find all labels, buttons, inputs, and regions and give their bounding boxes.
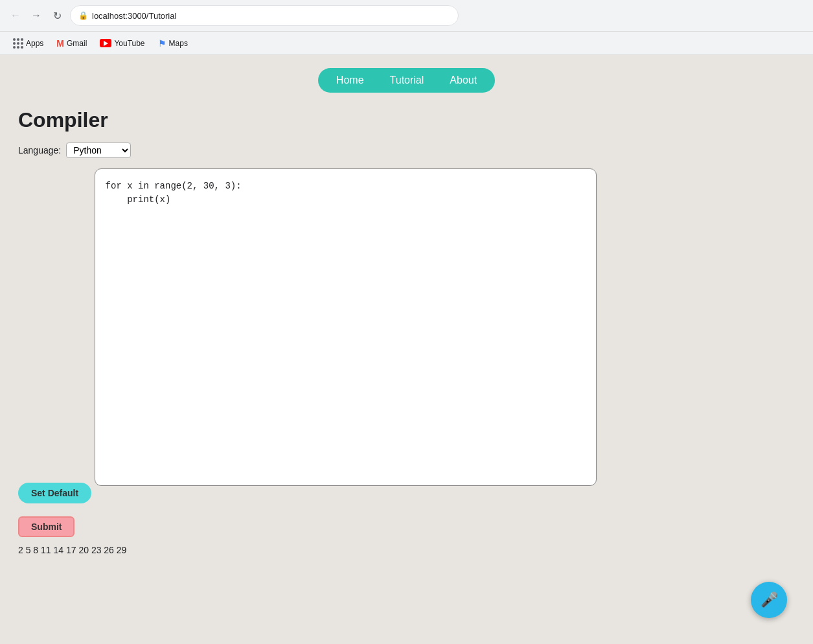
submit-button[interactable]: Submit (18, 516, 74, 537)
gmail-label: Gmail (67, 39, 87, 48)
back-button[interactable]: ← (8, 8, 23, 23)
microphone-icon: 🎤 (761, 592, 778, 608)
browser-chrome: ← → ↻ 🔒 localhost:3000/Tutorial Apps M G… (0, 0, 813, 55)
youtube-icon (100, 39, 111, 47)
set-default-button[interactable]: Set Default (18, 483, 91, 503)
apps-grid-icon (13, 38, 23, 49)
nav-bar: Home Tutorial About (18, 68, 795, 93)
reload-button[interactable]: ↻ (49, 8, 65, 23)
nav-container: Home Tutorial About (318, 68, 495, 93)
address-bar[interactable]: 🔒 localhost:3000/Tutorial (70, 5, 459, 26)
browser-toolbar: ← → ↻ 🔒 localhost:3000/Tutorial (0, 0, 813, 31)
bookmark-maps[interactable]: ⚑ Maps (153, 36, 193, 51)
language-row: Language: Python JavaScript Java C++ Rub… (18, 143, 795, 158)
page-content: Home Tutorial About Compiler Language: P… (0, 55, 813, 568)
nav-home[interactable]: Home (334, 73, 367, 87)
nav-tutorial[interactable]: Tutorial (387, 73, 427, 87)
forward-button[interactable]: → (29, 8, 44, 23)
youtube-play-icon (104, 41, 108, 46)
microphone-button[interactable]: 🎤 (751, 582, 787, 618)
lock-icon: 🔒 (78, 11, 88, 20)
bookmark-apps[interactable]: Apps (8, 36, 49, 51)
output-text: 2 5 8 11 14 17 20 23 26 29 (18, 545, 795, 555)
youtube-label: YouTube (114, 39, 144, 48)
maps-label: Maps (169, 39, 188, 48)
url-text: localhost:3000/Tutorial (92, 11, 176, 21)
page-title: Compiler (18, 108, 795, 132)
language-select[interactable]: Python JavaScript Java C++ Ruby (66, 143, 131, 158)
gmail-icon: M (56, 38, 64, 49)
code-editor[interactable]: for x in range(2, 30, 3): print(x) (95, 168, 597, 486)
language-label: Language: (18, 145, 61, 155)
bookmark-gmail[interactable]: M Gmail (51, 36, 92, 51)
apps-label: Apps (26, 39, 43, 48)
bookmarks-bar: Apps M Gmail YouTube ⚑ Maps (0, 31, 813, 54)
maps-icon: ⚑ (158, 38, 166, 49)
bookmark-youtube[interactable]: YouTube (95, 36, 150, 51)
nav-about[interactable]: About (447, 73, 479, 87)
